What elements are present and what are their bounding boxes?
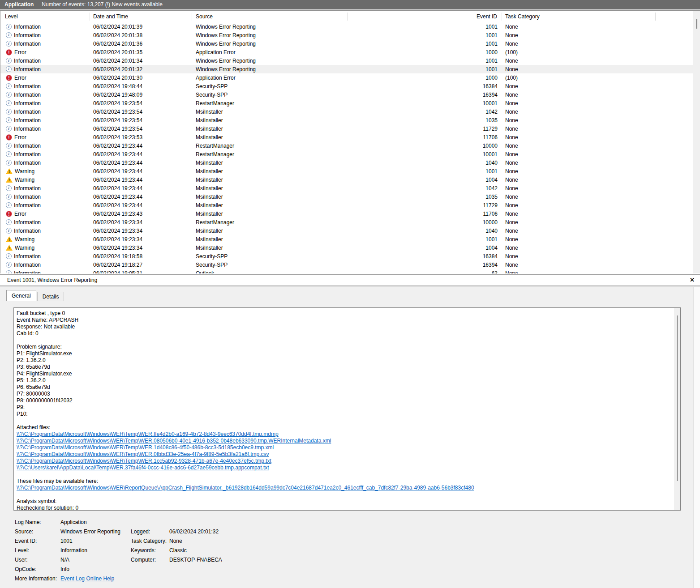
level-label: Warning <box>15 245 34 251</box>
table-row[interactable]: Information06/02/2024 19:23:54MsiInstall… <box>0 107 693 116</box>
level-cell: Error <box>0 211 90 217</box>
task-category-cell: None <box>502 168 693 175</box>
table-row[interactable]: Information06/02/2024 19:23:54RestartMan… <box>0 99 693 107</box>
event-id-cell: 1001 <box>348 58 502 64</box>
detail-line: These files may be available here: <box>17 478 671 485</box>
table-row[interactable]: Information06/02/2024 20:01:39Windows Er… <box>0 22 693 31</box>
datetime-cell: 06/02/2024 19:23:44 <box>90 143 192 149</box>
table-row[interactable]: Information06/02/2024 20:01:36Windows Er… <box>0 39 693 48</box>
task-category-cell: None <box>502 92 693 98</box>
file-path-link[interactable]: \\?\C:\ProgramData\Microsoft\Windows\WER… <box>17 444 274 451</box>
table-row[interactable]: Information06/02/2024 20:01:38Windows Er… <box>0 31 693 39</box>
table-row[interactable]: Warning06/02/2024 19:23:34MsiInstaller10… <box>0 235 693 243</box>
column-header-task-category[interactable]: Task Category <box>502 13 656 21</box>
table-row[interactable]: Information06/02/2024 20:01:32Windows Er… <box>0 65 693 73</box>
footer-label: Level: <box>15 547 60 554</box>
scrollbar-thumb[interactable] <box>696 19 697 29</box>
error-icon <box>6 75 12 81</box>
task-category-cell: None <box>502 117 693 124</box>
datetime-cell: 06/02/2024 19:23:34 <box>90 228 192 234</box>
scrollbar-thumb[interactable] <box>677 315 678 481</box>
information-icon <box>6 228 12 234</box>
event-list-scrollbar[interactable] <box>693 11 700 273</box>
source-cell: MsiInstaller <box>192 117 348 124</box>
table-row[interactable]: Information06/02/2024 19:18:27Security-S… <box>0 260 693 269</box>
table-row[interactable]: Information06/02/2024 19:23:34RestartMan… <box>0 218 693 226</box>
table-row[interactable]: Warning06/02/2024 19:23:44MsiInstaller10… <box>0 175 693 184</box>
file-path-link[interactable]: \\?\C:\ProgramData\Microsoft\Windows\WER… <box>17 485 474 491</box>
event-id-cell: 10000 <box>348 143 502 149</box>
level-cell: Information <box>0 151 90 158</box>
table-row[interactable]: Information06/02/2024 19:23:44MsiInstall… <box>0 184 693 192</box>
task-category-cell: (100) <box>502 75 693 81</box>
file-path-link[interactable]: \\?\C:\ProgramData\Microsoft\Windows\WER… <box>17 458 271 464</box>
information-icon <box>6 117 12 123</box>
file-path-link[interactable]: \\?\C:\ProgramData\Microsoft\Windows\WER… <box>17 438 331 444</box>
column-header-source[interactable]: Source <box>192 13 348 21</box>
file-path-link[interactable]: \\?\C:\Users\karel\AppData\Local\Temp\WE… <box>17 464 269 471</box>
level-cell: Information <box>0 143 90 149</box>
table-row[interactable]: Error06/02/2024 20:01:35Application Erro… <box>0 48 693 56</box>
table-row[interactable]: Information06/02/2024 20:01:34Windows Er… <box>0 56 693 65</box>
close-icon[interactable]: ✕ <box>690 277 695 283</box>
column-header-level[interactable]: Level <box>0 13 90 21</box>
table-row[interactable]: Information06/02/2024 19:23:44RestartMan… <box>0 141 693 150</box>
event-count-status: Number of events: 13,207 (!) New events … <box>42 1 162 8</box>
footer-row: Log Name:Application <box>15 517 507 527</box>
level-cell: Warning <box>0 236 90 243</box>
table-row[interactable]: Error06/02/2024 19:23:53MsiInstaller1170… <box>0 133 693 141</box>
level-label: Information <box>14 83 41 89</box>
table-row[interactable]: Information06/02/2024 19:23:54MsiInstall… <box>0 124 693 133</box>
task-category-cell: None <box>502 41 693 47</box>
detail-line: P7: 80000003 <box>17 391 671 397</box>
table-row[interactable]: Warning06/02/2024 19:23:34MsiInstaller10… <box>0 243 693 252</box>
task-category-cell: None <box>502 126 693 132</box>
level-cell: Information <box>0 219 90 226</box>
source-cell: Windows Error Reporting <box>192 66 348 72</box>
event-log-online-help-link[interactable]: Event Log Online Help <box>60 575 114 582</box>
datetime-cell: 06/02/2024 19:23:54 <box>90 100 192 107</box>
table-row[interactable]: Information06/02/2024 19:23:34MsiInstall… <box>0 226 693 235</box>
table-row[interactable]: Information06/02/2024 19:23:44MsiInstall… <box>0 201 693 209</box>
level-cell: Information <box>0 160 90 166</box>
table-row[interactable]: Error06/02/2024 20:01:30Application Erro… <box>0 73 693 82</box>
panel-right-scroll-track[interactable] <box>693 287 700 588</box>
level-label: Information <box>14 228 41 234</box>
task-category-cell: None <box>502 253 693 260</box>
table-row[interactable]: Information06/02/2024 19:05:31Outlook63N… <box>0 269 693 273</box>
level-label: Information <box>14 270 41 274</box>
table-row[interactable]: Error06/02/2024 19:23:43MsiInstaller1170… <box>0 209 693 218</box>
level-label: Warning <box>15 177 34 183</box>
information-icon <box>6 100 12 106</box>
task-category-cell: None <box>502 151 693 158</box>
source-cell: Windows Error Reporting <box>192 41 348 47</box>
file-path-link[interactable]: \\?\C:\ProgramData\Microsoft\Windows\WER… <box>17 451 269 457</box>
table-row[interactable]: Information06/02/2024 19:23:44MsiInstall… <box>0 158 693 167</box>
source-cell: MsiInstaller <box>192 109 348 115</box>
footer-value: Info <box>60 566 131 572</box>
log-header-bar: Application Number of events: 13,207 (!)… <box>0 0 700 9</box>
column-header-event-id[interactable]: Event ID <box>348 13 502 21</box>
level-label: Information <box>14 185 41 192</box>
column-header-filler <box>656 13 693 21</box>
level-cell: Information <box>0 83 90 89</box>
table-row[interactable]: Information06/02/2024 19:23:44RestartMan… <box>0 150 693 158</box>
event-id-cell: 1042 <box>348 109 502 115</box>
tab-general[interactable]: General <box>6 290 36 301</box>
detail-scrollbar[interactable] <box>674 308 680 510</box>
level-label: Information <box>14 262 41 268</box>
table-row[interactable]: Information06/02/2024 19:23:54MsiInstall… <box>0 116 693 124</box>
table-row[interactable]: Warning06/02/2024 19:23:44MsiInstaller10… <box>0 167 693 175</box>
table-row[interactable]: Information06/02/2024 19:18:58Security-S… <box>0 252 693 260</box>
footer-value: 06/02/2024 20:01:32 <box>169 528 507 535</box>
table-row[interactable]: Information06/02/2024 19:48:44Security-S… <box>0 82 693 90</box>
datetime-cell: 06/02/2024 19:23:44 <box>90 168 192 175</box>
source-cell: RestartManager <box>192 219 348 226</box>
table-row[interactable]: Information06/02/2024 19:23:44MsiInstall… <box>0 192 693 201</box>
file-path-link[interactable]: \\?\C:\ProgramData\Microsoft\Windows\WER… <box>17 431 279 437</box>
level-cell: Information <box>0 24 90 30</box>
tab-details[interactable]: Details <box>37 292 64 301</box>
table-row[interactable]: Information06/02/2024 19:48:09Security-S… <box>0 90 693 99</box>
column-header-date-time[interactable]: Date and Time <box>90 13 192 21</box>
task-category-cell: None <box>502 66 693 72</box>
